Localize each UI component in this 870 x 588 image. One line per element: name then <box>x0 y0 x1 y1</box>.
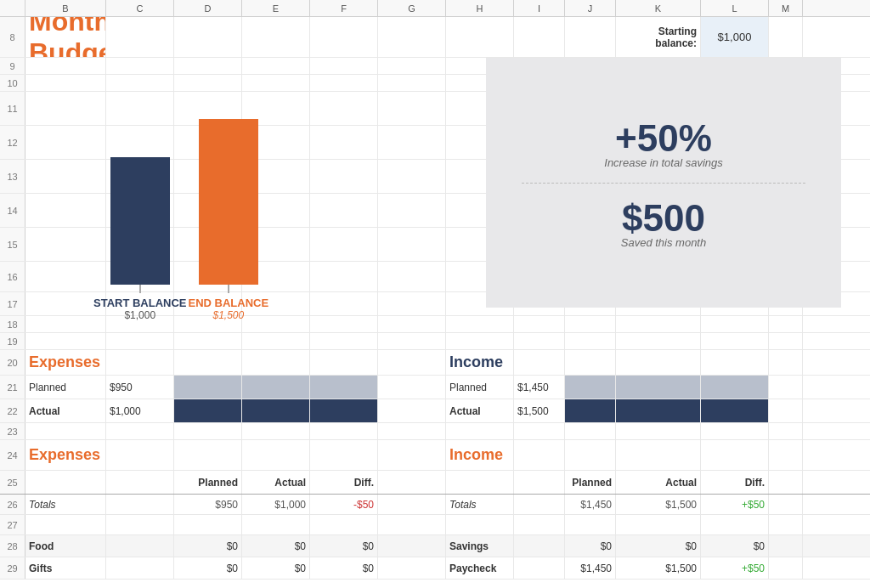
cell-i20[interactable] <box>514 350 565 375</box>
income-row-1-label[interactable]: Paycheck <box>446 557 514 579</box>
cell-g9[interactable] <box>378 58 446 74</box>
cell-f23[interactable] <box>310 423 378 439</box>
cell-g16[interactable] <box>378 262 446 291</box>
cell-f14[interactable] <box>310 194 378 227</box>
cell-m26[interactable] <box>769 495 803 514</box>
cell-e14[interactable] <box>242 194 310 227</box>
cell-d24[interactable] <box>174 440 242 470</box>
cell-j18[interactable] <box>565 316 616 332</box>
cell-l22[interactable] <box>701 399 769 422</box>
cell-j20[interactable] <box>565 350 616 375</box>
cell-b12[interactable] <box>25 126 106 159</box>
cell-k22[interactable] <box>616 399 701 422</box>
cell-b22[interactable]: Actual <box>25 399 106 422</box>
cell-d16[interactable] <box>174 262 242 291</box>
cell-k27[interactable] <box>616 515 701 534</box>
cell-g27[interactable] <box>378 515 446 534</box>
cell-i29[interactable] <box>514 557 565 579</box>
cell-g25[interactable] <box>378 471 446 494</box>
cell-g12[interactable] <box>378 126 446 159</box>
cell-e11[interactable] <box>242 92 310 125</box>
cell-h18[interactable] <box>446 316 514 332</box>
cell-f27[interactable] <box>310 515 378 534</box>
cell-h24[interactable]: Income <box>446 440 514 470</box>
cell-c16[interactable] <box>106 262 174 291</box>
cell-g14[interactable] <box>378 194 446 227</box>
cell-m8[interactable] <box>769 17 803 57</box>
cell-d19[interactable] <box>174 333 242 349</box>
cell-d21[interactable] <box>174 376 242 399</box>
cell-g11[interactable] <box>378 92 446 125</box>
cell-g21[interactable] <box>378 376 446 399</box>
cell-k24[interactable] <box>616 440 701 470</box>
cell-d27[interactable] <box>174 515 242 534</box>
cell-g24[interactable] <box>378 440 446 470</box>
cell-j21[interactable] <box>565 376 616 399</box>
cell-l23[interactable] <box>701 423 769 439</box>
cell-b27[interactable] <box>25 515 106 534</box>
cell-m18[interactable] <box>769 316 803 332</box>
cell-b10[interactable] <box>25 75 106 91</box>
cell-g26[interactable] <box>378 495 446 514</box>
col-header-e[interactable]: E <box>242 0 310 16</box>
cell-c10[interactable] <box>106 75 174 91</box>
cell-c27[interactable] <box>106 515 174 534</box>
cell-m24[interactable] <box>769 440 803 470</box>
col-header-d[interactable]: D <box>174 0 242 16</box>
cell-d18[interactable] <box>174 316 242 332</box>
cell-b25[interactable] <box>25 471 106 494</box>
cell-m23[interactable] <box>769 423 803 439</box>
cell-l20[interactable] <box>701 350 769 375</box>
cell-k18[interactable] <box>616 316 701 332</box>
cell-b16[interactable] <box>25 262 106 291</box>
col-header-f[interactable]: F <box>310 0 378 16</box>
cell-c8[interactable] <box>106 17 174 57</box>
cell-d9[interactable] <box>174 58 242 74</box>
cell-i24[interactable] <box>514 440 565 470</box>
cell-m20[interactable] <box>769 350 803 375</box>
cell-m21[interactable] <box>769 376 803 399</box>
cell-d10[interactable] <box>174 75 242 91</box>
expenses-row-1-label[interactable]: Gifts <box>25 557 106 579</box>
starting-balance-value[interactable]: $1,000 <box>701 17 769 57</box>
cell-m29[interactable] <box>769 557 803 579</box>
cell-c22[interactable]: $1,000 <box>106 399 174 422</box>
cell-h27[interactable] <box>446 515 514 534</box>
cell-b9[interactable] <box>25 58 106 74</box>
cell-c9[interactable] <box>106 58 174 74</box>
cell-e16[interactable] <box>242 262 310 291</box>
cell-f15[interactable] <box>310 228 378 261</box>
cell-b14[interactable] <box>25 194 106 227</box>
cell-b20[interactable]: Expenses <box>25 350 106 375</box>
cell-c17[interactable] <box>106 292 174 315</box>
cell-j27[interactable] <box>565 515 616 534</box>
cell-k20[interactable] <box>616 350 701 375</box>
cell-j8[interactable] <box>565 17 616 57</box>
cell-c23[interactable] <box>106 423 174 439</box>
cell-f12[interactable] <box>310 126 378 159</box>
cell-g13[interactable] <box>378 160 446 193</box>
cell-k23[interactable] <box>616 423 701 439</box>
cell-c21[interactable]: $950 <box>106 376 174 399</box>
cell-h8[interactable] <box>446 17 514 57</box>
cell-k21[interactable] <box>616 376 701 399</box>
cell-g20[interactable] <box>378 350 446 375</box>
cell-c11[interactable] <box>106 92 174 125</box>
cell-f22[interactable] <box>310 399 378 422</box>
cell-h25[interactable] <box>446 471 514 494</box>
cell-e17[interactable] <box>242 292 310 315</box>
cell-e8[interactable] <box>242 17 310 57</box>
cell-i23[interactable] <box>514 423 565 439</box>
cell-h20[interactable]: Income <box>446 350 514 375</box>
cell-i25[interactable] <box>514 471 565 494</box>
cell-d11[interactable] <box>174 92 242 125</box>
cell-g23[interactable] <box>378 423 446 439</box>
cell-g28[interactable] <box>378 535 446 557</box>
cell-b11[interactable] <box>25 92 106 125</box>
cell-i8[interactable] <box>514 17 565 57</box>
cell-l19[interactable] <box>701 333 769 349</box>
col-header-j[interactable]: J <box>565 0 616 16</box>
cell-c25[interactable] <box>106 471 174 494</box>
cell-i19[interactable] <box>514 333 565 349</box>
cell-f21[interactable] <box>310 376 378 399</box>
